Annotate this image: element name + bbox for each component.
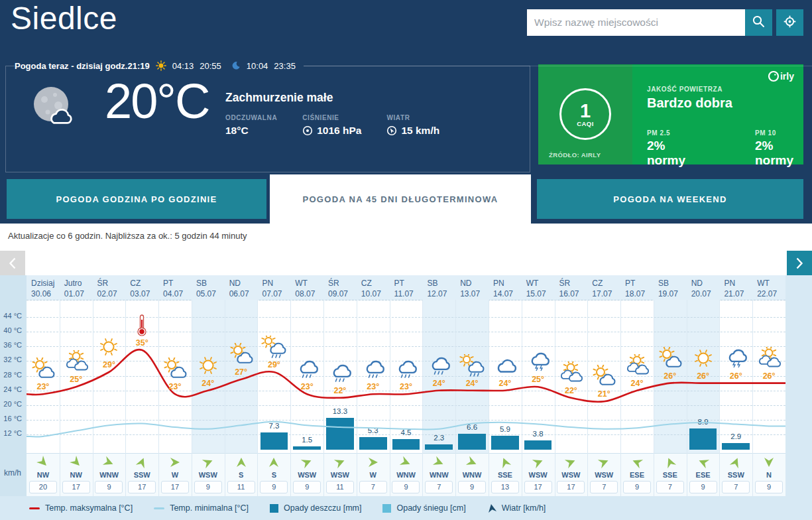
wind-forecast-cell: WNW9 — [93, 455, 126, 495]
feels-like-label: ODCZUWALNA — [225, 114, 277, 121]
forecast-day-header[interactable]: CZ03.07 — [125, 277, 158, 300]
wind-forecast-cell: WSW9 — [290, 455, 323, 495]
day-date: 07.07 — [262, 289, 291, 299]
rain-weather-icon — [292, 358, 321, 381]
day-name: PT — [625, 278, 654, 289]
wind-direction-label: N — [752, 471, 785, 479]
day-date: 22.07 — [757, 289, 785, 299]
wind-direction-label: WSW — [522, 471, 555, 479]
wind-direction-label: WNW — [390, 471, 423, 479]
pm10-stat: PM 10 2% normy — [755, 129, 803, 168]
forecast-day-header[interactable]: ŚR09.07 — [323, 277, 357, 300]
forecast-day-header[interactable]: Jutro01.07 — [60, 277, 93, 300]
forecast-icon-stack: 22° — [323, 359, 357, 395]
max-temp-label: 23° — [36, 382, 49, 391]
max-temp-label: 23° — [400, 382, 412, 391]
forecast-day-header[interactable]: SB12.07 — [422, 277, 455, 300]
forecast-day-header[interactable]: Dzisiaj30.06 — [27, 277, 60, 300]
legend-item: Wiatr [km/h] — [487, 503, 546, 513]
wind-speed-value: 9 — [392, 481, 420, 493]
cloudy-weather-icon — [491, 354, 520, 378]
locate-button[interactable] — [776, 9, 803, 36]
forecast-day-header[interactable]: SB05.07 — [192, 277, 225, 300]
day-date: 09.07 — [328, 289, 357, 299]
forecast-day-header[interactable]: SB19.07 — [654, 277, 687, 300]
wind-direction-label: WSW — [290, 471, 323, 479]
forecast-icon-stack: 29° — [93, 334, 126, 369]
current-temperature: 20°C — [105, 73, 209, 129]
day-name: PT — [163, 278, 192, 289]
forecast-day-header[interactable]: WT22.07 — [752, 277, 785, 300]
max-temp-label: 35° — [136, 338, 148, 348]
wind-speed-value: 7 — [722, 481, 750, 493]
day-date: 12.07 — [427, 289, 455, 299]
max-temp-label: 23° — [169, 382, 182, 391]
wind-direction-label: WSW — [587, 471, 620, 479]
forecast-day-header[interactable]: PN07.07 — [258, 277, 291, 300]
previous-days-button[interactable] — [0, 251, 25, 275]
forecast-day-header[interactable]: ŚR16.07 — [555, 277, 588, 300]
moonset-time: 23:35 — [274, 61, 296, 71]
tab-weekend-forecast[interactable]: POGODA NA WEEKEND — [537, 179, 803, 219]
forecast-icon-stack: 24° — [489, 352, 522, 388]
wind-forecast-cell: SSW7 — [719, 455, 752, 495]
day-date: 18.07 — [625, 289, 654, 299]
forecast-day-header[interactable]: PN21.07 — [719, 277, 752, 300]
day-name: WT — [757, 278, 785, 289]
wind-speed-value: 17 — [62, 481, 90, 493]
next-days-button[interactable] — [787, 251, 812, 275]
max-temp-label: 29° — [268, 360, 280, 369]
wind-forecast-cell: WSW7 — [587, 455, 620, 495]
tab-hourly-forecast[interactable]: POGODA GODZINA PO GODZINIE — [7, 179, 266, 219]
search-input[interactable] — [527, 9, 752, 36]
forecast-day-header[interactable]: CZ17.07 — [587, 277, 620, 300]
partly-weather-icon — [160, 358, 190, 381]
tab-45day-forecast[interactable]: POGODA NA 45 DNI DŁUGOTERMINOWA — [270, 174, 531, 224]
rain-weather-icon — [359, 358, 388, 381]
search-icon — [752, 15, 765, 28]
wind-forecast-cell: NW17 — [60, 455, 93, 495]
forecast-day-header[interactable]: PT04.07 — [158, 277, 192, 300]
partly2-weather-icon — [754, 347, 783, 371]
rain-bar — [261, 432, 288, 450]
wind-direction-arrow-icon — [465, 456, 479, 470]
day-name: WT — [526, 278, 555, 289]
max-temp-label: 24° — [433, 379, 445, 388]
rain-bar-value: 6.6 — [455, 423, 489, 431]
wind-speed-value: 9 — [260, 481, 288, 493]
day-name: SB — [427, 278, 455, 289]
pressure-value: 1016 hPa — [317, 125, 361, 137]
wind-speed-value: 17 — [524, 481, 552, 493]
max-temp-label: 26° — [697, 371, 709, 381]
day-name: CZ — [361, 278, 390, 289]
max-temp-label: 24° — [202, 379, 214, 388]
partly2-weather-icon — [622, 354, 652, 378]
search-button[interactable] — [745, 9, 772, 36]
forecast-day-header[interactable]: PN14.07 — [489, 277, 522, 300]
day-name: ND — [229, 278, 258, 289]
day-date: 06.07 — [229, 289, 258, 299]
forecast-day-header[interactable]: ND20.07 — [687, 277, 720, 300]
rain-bar-value: 5.9 — [489, 425, 522, 433]
forecast-day-header[interactable]: ND13.07 — [455, 277, 489, 300]
rain-bar-value: 8.9 — [687, 418, 720, 426]
pm25-value: 2% normy — [647, 139, 695, 168]
forecast-day-header[interactable]: PT18.07 — [620, 277, 654, 300]
current-description: Zachmurzenie małe — [225, 91, 333, 105]
forecast-day-header[interactable]: ŚR02.07 — [93, 277, 126, 300]
forecast-day-header[interactable]: WT08.07 — [290, 277, 323, 300]
wind-direction-arrow-icon — [268, 457, 279, 468]
wind-speed-value: 7 — [425, 481, 453, 493]
forecast-day-header[interactable]: ND06.07 — [225, 277, 258, 300]
legend-swatch-rain — [270, 504, 278, 513]
forecast-day-header[interactable]: WT15.07 — [522, 277, 555, 300]
forecast-day-header[interactable]: PT11.07 — [390, 277, 423, 300]
wind-forecast-cell: SSE13 — [489, 455, 522, 495]
right-strip — [785, 275, 812, 496]
wind-direction-arrow-icon — [135, 456, 149, 470]
max-temp-label: 22° — [333, 386, 346, 395]
legend-item: Temp. maksymalna [°C] — [29, 503, 133, 513]
forecast-icon-stack: 22° — [555, 359, 588, 395]
wind-direction-label: SSW — [125, 471, 158, 479]
forecast-day-header[interactable]: CZ10.07 — [357, 277, 390, 300]
